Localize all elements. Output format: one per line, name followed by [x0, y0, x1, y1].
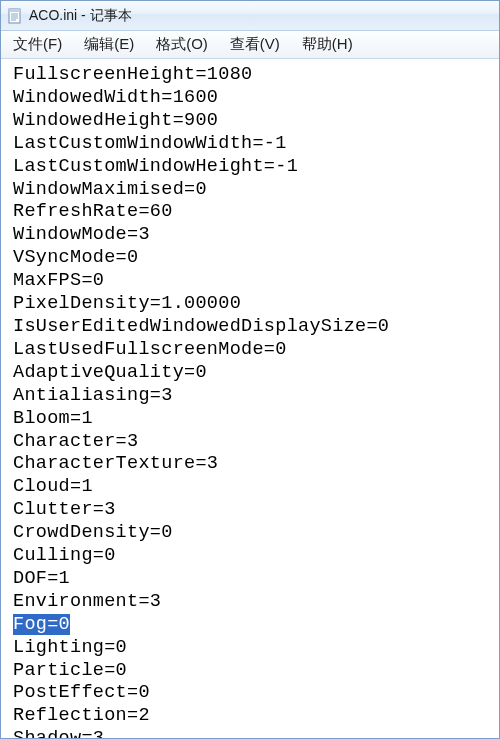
text-line[interactable]: WindowMaximised=0	[13, 179, 497, 202]
text-line[interactable]: VSyncMode=0	[13, 247, 497, 270]
text-line[interactable]: Culling=0	[13, 545, 497, 568]
text-line[interactable]: Environment=3	[13, 591, 497, 614]
text-line[interactable]: IsUserEditedWindowedDisplaySize=0	[13, 316, 497, 339]
text-line[interactable]: CharacterTexture=3	[13, 453, 497, 476]
text-line[interactable]: PostEffect=0	[13, 682, 497, 705]
text-line[interactable]: Character=3	[13, 431, 497, 454]
text-line[interactable]: WindowedHeight=900	[13, 110, 497, 133]
text-line[interactable]: PixelDensity=1.00000	[13, 293, 497, 316]
text-line[interactable]: Shadow=3	[13, 728, 497, 738]
window-title: ACO.ini - 记事本	[29, 7, 132, 25]
text-line[interactable]: FullscreenHeight=1080	[13, 64, 497, 87]
text-line[interactable]: WindowMode=3	[13, 224, 497, 247]
selected-text[interactable]: Fog=0	[13, 614, 70, 635]
text-line[interactable]: Cloud=1	[13, 476, 497, 499]
text-line[interactable]: Particle=0	[13, 660, 497, 683]
menu-help[interactable]: 帮助(H)	[300, 33, 355, 56]
menu-format[interactable]: 格式(O)	[154, 33, 210, 56]
text-line[interactable]: Bloom=1	[13, 408, 497, 431]
menu-view[interactable]: 查看(V)	[228, 33, 282, 56]
text-line[interactable]: WindowedWidth=1600	[13, 87, 497, 110]
svg-rect-1	[9, 9, 20, 12]
text-line[interactable]: Lighting=0	[13, 637, 497, 660]
text-line[interactable]: Clutter=3	[13, 499, 497, 522]
menu-file[interactable]: 文件(F)	[11, 33, 64, 56]
text-line[interactable]: CrowdDensity=0	[13, 522, 497, 545]
text-line[interactable]: Reflection=2	[13, 705, 497, 728]
menu-edit[interactable]: 编辑(E)	[82, 33, 136, 56]
text-line[interactable]: DOF=1	[13, 568, 497, 591]
text-line[interactable]: LastUsedFullscreenMode=0	[13, 339, 497, 362]
notepad-window: ACO.ini - 记事本 文件(F) 编辑(E) 格式(O) 查看(V) 帮助…	[0, 0, 500, 739]
text-line[interactable]: Fog=0	[13, 614, 497, 637]
text-line[interactable]: Antialiasing=3	[13, 385, 497, 408]
text-line[interactable]: LastCustomWindowHeight=-1	[13, 156, 497, 179]
text-line[interactable]: LastCustomWindowWidth=-1	[13, 133, 497, 156]
menubar: 文件(F) 编辑(E) 格式(O) 查看(V) 帮助(H)	[1, 31, 499, 59]
text-line[interactable]: AdaptiveQuality=0	[13, 362, 497, 385]
text-area[interactable]: FullscreenHeight=1080WindowedWidth=1600W…	[1, 59, 499, 738]
titlebar[interactable]: ACO.ini - 记事本	[1, 1, 499, 31]
notepad-icon	[7, 8, 23, 24]
text-line[interactable]: RefreshRate=60	[13, 201, 497, 224]
text-line[interactable]: MaxFPS=0	[13, 270, 497, 293]
